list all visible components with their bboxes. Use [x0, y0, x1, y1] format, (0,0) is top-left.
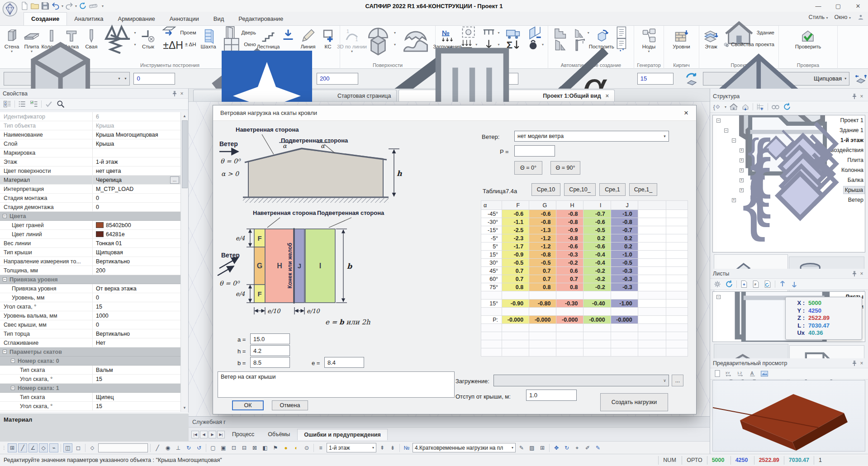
style-menu[interactable]: Стиль ▾: [808, 14, 828, 20]
rotate-roof-button[interactable]: [684, 70, 699, 87]
magnet-on-icon[interactable]: ◫: [63, 443, 72, 452]
e-input[interactable]: [324, 357, 364, 368]
preview-xy-icon[interactable]: XY: [725, 369, 734, 378]
view-wire-icon[interactable]: ⊡: [229, 443, 238, 452]
roof-offset-input[interactable]: [526, 390, 577, 401]
property-row[interactable]: ИнтерпретацияM_CTP_LOAD: [0, 185, 181, 194]
sheet-update-icon[interactable]: [763, 280, 772, 289]
wind-model-select[interactable]: нет модели ветра▾: [514, 131, 669, 142]
levels-button[interactable]: Уровни: [671, 27, 691, 50]
comment-textarea[interactable]: Ветер на скат крыши: [218, 371, 455, 398]
table-row[interactable]: [481, 348, 688, 357]
tab-project-view[interactable]: Проект 1:Общий вид×: [398, 90, 615, 101]
import-building-icon[interactable]: [741, 102, 750, 111]
ruler-button[interactable]: [89, 1, 98, 10]
property-row[interactable]: Угол ската, °15: [0, 375, 181, 384]
floor-down-icon[interactable]: ⇟: [388, 443, 397, 452]
tab-start-page[interactable]: Стартовая страница: [193, 90, 397, 101]
qat-overflow[interactable]: ▾: [102, 4, 104, 8]
delta-h-button[interactable]: ±ΔН± ΔН: [159, 40, 197, 50]
property-row[interactable]: Стадия демонтажа0: [0, 203, 181, 212]
pin-icon[interactable]: [851, 93, 858, 100]
redo-button[interactable]: [65, 1, 74, 10]
app-logo-icon[interactable]: [2, 1, 18, 17]
search-icon[interactable]: [56, 100, 65, 109]
maximize-button[interactable]: ▢: [828, 0, 848, 12]
snap-grid-icon[interactable]: ⊞: [8, 443, 17, 452]
snap-angle-icon[interactable]: ∠: [28, 443, 38, 452]
save-button[interactable]: [41, 1, 50, 10]
apply-icon[interactable]: [44, 100, 53, 109]
preview-page-icon[interactable]: [713, 369, 722, 378]
add-grid-icon[interactable]: [756, 102, 765, 111]
pan-icon[interactable]: ✥: [552, 443, 561, 452]
property-row[interactable]: Уровень, мм0: [0, 293, 181, 302]
pin-icon[interactable]: [851, 360, 858, 367]
open-button[interactable]: [30, 1, 39, 10]
nav-last-icon[interactable]: ▶|: [217, 431, 225, 438]
snap-point-icon[interactable]: ◇: [39, 443, 48, 452]
property-row[interactable]: Тип объектаКрыша: [0, 121, 181, 130]
snap-segment-icon[interactable]: ⌁: [49, 443, 58, 452]
nav-next-icon[interactable]: ▶: [209, 431, 216, 438]
tab-volumes[interactable]: Объёмы: [261, 429, 296, 440]
property-row[interactable]: Привязка уровняОт верха этажа: [0, 284, 181, 293]
property-section-row[interactable]: −Номер ската: 1: [0, 384, 181, 393]
draw-line-icon[interactable]: ╱: [153, 443, 162, 452]
refresh-icon[interactable]: [783, 102, 792, 111]
property-row[interactable]: МатериалЧерепица...: [0, 176, 181, 185]
h-input[interactable]: [250, 345, 290, 356]
close-panel-icon[interactable]: ×: [858, 93, 865, 100]
theta-0-button[interactable]: Θ = 0°: [514, 161, 542, 175]
bulb-half-icon[interactable]: ◐: [292, 443, 301, 452]
property-row[interactable]: Угол ската, °15: [0, 402, 181, 411]
offset-input[interactable]: [133, 73, 175, 85]
table-row[interactable]: 15°-0.9-0.8-0.3-0.4-1.0: [481, 251, 688, 259]
sheet-add-icon[interactable]: [740, 280, 749, 289]
close-panel-icon[interactable]: ×: [858, 270, 865, 277]
table-row[interactable]: [481, 324, 688, 332]
joint-button[interactable]: Стык: [138, 27, 158, 50]
table-row[interactable]: 45°0.70.70.6-0.2-0.3: [481, 267, 688, 275]
roof-directions-button[interactable]: [853, 70, 868, 87]
property-row[interactable]: НаименованиеКрыша Многощипцовая: [0, 130, 181, 139]
marker-icon[interactable]: ⚑: [271, 443, 280, 452]
move-down-icon[interactable]: [790, 280, 799, 289]
table-row[interactable]: -15°-2.5-1.3-0.9-0.5-0.7: [481, 226, 688, 234]
table-row[interactable]: -30°-1.1-0.8-0.8-0.6-0.8: [481, 218, 688, 226]
property-row[interactable]: Угол ската, °15: [0, 302, 181, 311]
floor-up-icon[interactable]: ⇞: [378, 443, 387, 452]
close-tab-icon[interactable]: ×: [606, 93, 609, 99]
table-row[interactable]: 30°-0.5-0.5-0.2-0.4-0.5: [481, 259, 688, 267]
sync-button[interactable]: [78, 1, 87, 10]
tab-process[interactable]: Процесс: [226, 429, 261, 440]
property-section-row[interactable]: −Номер ската: 0: [0, 357, 181, 366]
property-row[interactable]: Тип скатаЩипец: [0, 393, 181, 402]
home-icon[interactable]: [729, 102, 738, 111]
paint-icon[interactable]: ▨: [527, 443, 536, 452]
rotate-y-icon[interactable]: ↺: [194, 443, 204, 452]
grid-toggle-icon[interactable]: ⊞: [538, 443, 547, 452]
loadcase-edit-icon[interactable]: ✎: [517, 443, 526, 452]
table-row[interactable]: [481, 308, 688, 316]
floor-select[interactable]: 1-й этаж▾: [327, 443, 376, 452]
preview-dim-icon[interactable]: 1.2: [736, 369, 745, 378]
close-button[interactable]: ✕: [848, 0, 868, 12]
sheet-refresh-icon[interactable]: [725, 280, 734, 289]
tree-item[interactable]: +{Ветер: [713, 195, 865, 205]
rotate-x-icon[interactable]: ↻: [184, 443, 193, 452]
material-browse-button[interactable]: ...: [170, 176, 179, 184]
close-panel-icon[interactable]: ×: [178, 90, 185, 97]
clip-plane-icon[interactable]: ⊠: [250, 443, 259, 452]
ok-button[interactable]: ОК: [232, 400, 264, 410]
loadcase-select[interactable]: 4.Кратковременные нагрузки на пл▾: [413, 443, 516, 452]
property-section-row[interactable]: −Цвета: [0, 212, 181, 221]
property-row[interactable]: СлойКрыша: [0, 139, 181, 148]
cpe1u-button[interactable]: Cpe,1_: [629, 183, 657, 196]
property-row[interactable]: Толщина, мм200: [0, 266, 181, 275]
categorize-icon[interactable]: [3, 100, 12, 109]
nav-prev-icon[interactable]: ◀: [200, 431, 208, 438]
property-row[interactable]: Тип торцаВертикально: [0, 329, 181, 338]
clip-box-icon[interactable]: ⊟: [240, 443, 249, 452]
angle-input[interactable]: [637, 73, 674, 85]
